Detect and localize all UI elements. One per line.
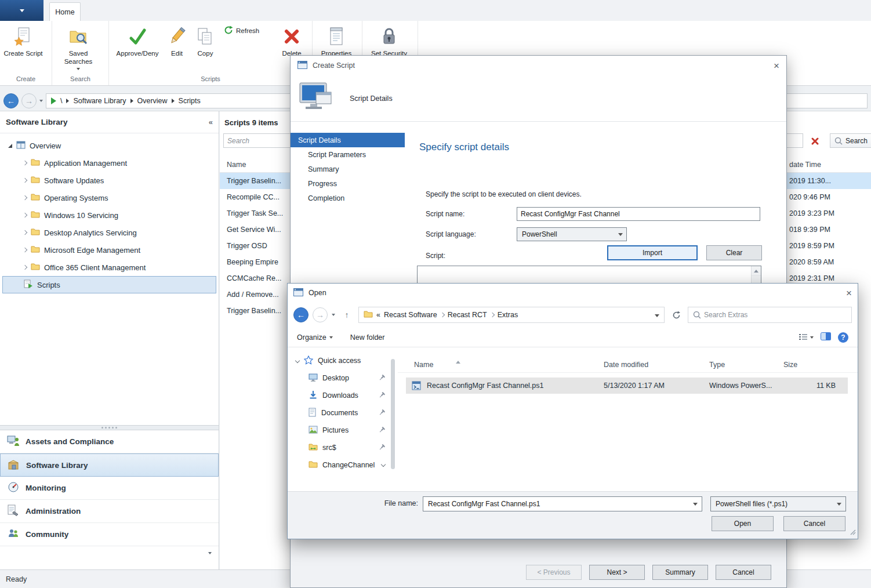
help-icon[interactable] <box>838 332 848 343</box>
places-scrollbar[interactable] <box>391 359 395 469</box>
close-icon[interactable]: × <box>846 288 852 298</box>
place-downloads[interactable]: Downloads <box>288 387 398 404</box>
expand-open-chevron-icon[interactable] <box>295 358 300 363</box>
tree-item-application-management[interactable]: Application Management <box>0 154 219 172</box>
explorer-forward-button[interactable]: → <box>313 307 328 322</box>
wizard-nav-script-details[interactable]: Script Details <box>291 133 405 147</box>
workspace-community[interactable]: Community <box>0 523 219 546</box>
column-header-name[interactable]: Name <box>227 161 246 169</box>
place-pictures[interactable]: Pictures <box>288 422 398 439</box>
refresh-button[interactable]: Refresh <box>220 23 274 37</box>
dialog-cancel-button[interactable]: Cancel <box>783 516 845 531</box>
create-script-button[interactable]: Create Script <box>2 23 44 57</box>
explorer-search-input[interactable] <box>704 311 847 319</box>
address-recast-rct[interactable]: Recast RCT <box>448 311 487 319</box>
expand-collapsed-icon[interactable] <box>23 161 27 165</box>
tab-home[interactable]: Home <box>49 2 81 21</box>
import-button[interactable]: Import <box>607 245 698 260</box>
tree-item-overview[interactable]: Overview <box>0 137 219 154</box>
tree-item-scripts[interactable]: Scripts <box>2 276 216 293</box>
column-header-type[interactable]: Type <box>709 361 725 369</box>
workspace-monitoring[interactable]: Monitoring <box>0 477 219 500</box>
column-header-size[interactable]: Size <box>783 361 797 369</box>
set-security-button[interactable]: Set Security <box>365 23 413 57</box>
script-name-input[interactable] <box>517 207 760 221</box>
breadcrumb-software-library[interactable]: Software Library <box>73 97 126 105</box>
wizard-nav-completion[interactable]: Completion <box>291 191 405 205</box>
organize-button[interactable]: Organize <box>297 333 333 342</box>
address-recast-software[interactable]: Recast Software <box>384 311 437 319</box>
breadcrumb-scripts[interactable]: Scripts <box>179 97 201 105</box>
open-button[interactable]: Open <box>712 516 774 531</box>
new-folder-button[interactable]: New folder <box>350 333 385 342</box>
search-button[interactable]: Search <box>830 133 871 148</box>
address-extras[interactable]: Extras <box>498 311 518 319</box>
workspace-splitter-handle[interactable] <box>0 425 219 430</box>
wizard-nav-script-parameters[interactable]: Script Parameters <box>291 147 405 162</box>
expand-collapsed-icon[interactable] <box>23 230 27 235</box>
breadcrumb-root[interactable]: \ <box>60 97 62 105</box>
explorer-address-bar[interactable]: « Recast Software Recast RCT Extras <box>358 307 665 323</box>
column-header-name[interactable]: Name <box>414 361 433 369</box>
file-name-combo[interactable] <box>423 496 702 511</box>
tree-item-operating-systems[interactable]: Operating Systems <box>0 189 219 206</box>
next-button[interactable]: Next > <box>589 565 645 580</box>
explorer-search-box[interactable] <box>688 307 852 323</box>
recent-locations-caret-icon[interactable] <box>39 100 43 102</box>
expand-collapsed-icon[interactable] <box>23 178 27 183</box>
saved-searches-button[interactable]: Saved Searches <box>55 23 102 70</box>
address-dropdown-caret-icon[interactable] <box>655 314 659 317</box>
workspace-software-library[interactable]: Software Library <box>0 453 219 477</box>
open-dialog-titlebar[interactable]: Open × <box>288 284 858 302</box>
script-language-select[interactable]: PowerShell <box>517 227 627 241</box>
file-row-selected[interactable]: Recast ConfigMgr Fast Channel.ps1 5/13/2… <box>406 378 848 394</box>
place-quick-access[interactable]: Quick access <box>288 352 398 369</box>
place-documents[interactable]: Documents <box>288 404 398 422</box>
wizard-nav-summary[interactable]: Summary <box>291 162 405 176</box>
place-src-share[interactable]: src$ <box>288 439 398 456</box>
column-header-date-modified[interactable]: Date modified <box>604 361 648 369</box>
column-header-date-time[interactable]: date Time <box>789 161 821 169</box>
change-view-button[interactable] <box>799 333 814 342</box>
properties-button[interactable]: Properties <box>315 23 358 57</box>
file-type-select[interactable]: PowerShell files (*.ps1) <box>710 496 846 511</box>
edit-button[interactable]: Edit <box>164 23 190 57</box>
workspace-administration[interactable]: Administration <box>0 500 219 523</box>
clear-button[interactable]: Clear <box>706 245 762 260</box>
delete-button[interactable]: Delete <box>274 23 310 57</box>
history-caret-icon[interactable] <box>332 314 335 316</box>
workspace-options-caret-icon[interactable] <box>208 552 212 554</box>
tree-item-microsoft-edge-management[interactable]: Microsoft Edge Management <box>0 241 219 259</box>
expand-chevron-icon[interactable] <box>381 462 386 467</box>
tree-item-office-365-client-management[interactable]: Office 365 Client Management <box>0 259 219 276</box>
cancel-button[interactable]: Cancel <box>716 565 771 580</box>
expand-collapsed-icon[interactable] <box>23 213 27 217</box>
tree-item-software-updates[interactable]: Software Updates <box>0 172 219 189</box>
forward-button[interactable]: → <box>21 93 37 108</box>
explorer-refresh-button[interactable] <box>669 307 684 322</box>
breadcrumb-overview[interactable]: Overview <box>137 97 168 105</box>
place-desktop[interactable]: Desktop <box>288 369 398 387</box>
back-button[interactable]: ← <box>3 93 19 108</box>
expand-open-icon[interactable] <box>8 144 12 148</box>
close-icon[interactable]: × <box>774 61 779 71</box>
previous-button[interactable]: < Previous <box>526 565 582 580</box>
expand-collapsed-icon[interactable] <box>23 248 27 252</box>
scroll-up-icon[interactable] <box>754 270 759 273</box>
preview-pane-button[interactable] <box>821 332 831 342</box>
copy-button[interactable]: Copy <box>190 23 220 57</box>
tree-item-desktop-analytics-servicing[interactable]: Desktop Analytics Servicing <box>0 224 219 241</box>
file-name-input[interactable] <box>428 500 688 508</box>
tree-item-windows-10-servicing[interactable]: Windows 10 Servicing <box>0 206 219 224</box>
workspace-assets-and-compliance[interactable]: Assets and Compliance <box>0 430 219 453</box>
place-changechannel[interactable]: ChangeChannel <box>288 456 398 474</box>
explorer-back-button[interactable]: ← <box>293 307 309 322</box>
summary-button[interactable]: Summary <box>652 565 708 580</box>
approve-deny-button[interactable]: Approve/Deny <box>111 23 164 57</box>
up-one-level-button[interactable]: ↑ <box>339 308 354 322</box>
expand-collapsed-icon[interactable] <box>23 195 27 200</box>
expand-collapsed-icon[interactable] <box>23 265 27 270</box>
address-collapsed-chevrons[interactable]: « <box>376 311 380 319</box>
collapse-pane-icon[interactable]: « <box>209 118 213 126</box>
create-script-titlebar[interactable]: Create Script × <box>291 56 786 75</box>
